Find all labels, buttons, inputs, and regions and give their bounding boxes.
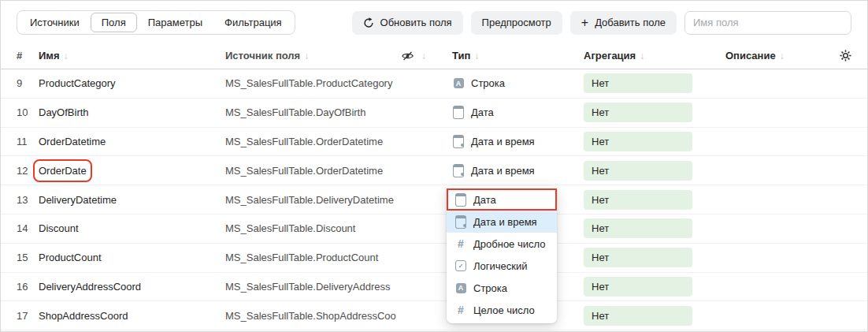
tab-group: Источники Поля Параметры Фильтрация bbox=[17, 10, 295, 35]
field-name-cell[interactable]: OrderDatetime bbox=[39, 136, 225, 147]
aggregation-badge[interactable]: Нет bbox=[584, 248, 692, 267]
field-name-cell[interactable]: ShopAddressCoord bbox=[39, 310, 225, 322]
aggregation-cell[interactable]: Нет bbox=[584, 190, 725, 210]
aggregation-badge[interactable]: Нет bbox=[584, 103, 692, 122]
aggregation-badge[interactable]: Нет bbox=[584, 218, 692, 238]
table-row[interactable]: 9 ProductCategory MS_SalesFullTable.Prod… bbox=[1, 69, 867, 99]
refresh-fields-label: Обновить поля bbox=[380, 17, 452, 28]
dataset-fields-editor: Источники Поля Параметры Фильтрация Обно… bbox=[0, 0, 868, 332]
table-row[interactable]: 11 OrderDatetime MS_SalesFullTable.Order… bbox=[1, 128, 867, 157]
type-option[interactable]: Дата bbox=[447, 188, 557, 211]
aggregation-badge[interactable]: Нет bbox=[584, 277, 692, 297]
refresh-fields-button[interactable]: Обновить поля bbox=[352, 11, 463, 35]
field-name-cell[interactable]: DeliveryAddressCoord bbox=[39, 281, 225, 293]
tab-label: Источники bbox=[30, 17, 80, 28]
eye-slash-icon bbox=[401, 50, 414, 62]
field-source: MS_SalesFullTable.OrderDatetime bbox=[225, 165, 401, 177]
table-header: # Имя Источник поля Тип Агрегация bbox=[1, 43, 867, 69]
type-option-label: Дата и время bbox=[473, 216, 537, 228]
table-body: 9 ProductCategory MS_SalesFullTable.Prod… bbox=[1, 69, 867, 330]
add-field-label: Добавить поле bbox=[595, 17, 666, 28]
type-option[interactable]: Логический bbox=[447, 255, 557, 277]
row-index: 14 bbox=[17, 222, 39, 234]
toolbar-actions: Обновить поля Предпросмотр Добавить поле bbox=[352, 11, 851, 35]
field-type-select[interactable]: Строка bbox=[452, 77, 584, 90]
field-source: MS_SalesFullTable.ProductCategory bbox=[225, 77, 401, 89]
column-header-aggregation-label: Агрегация bbox=[584, 50, 636, 62]
column-header-name[interactable]: Имя bbox=[39, 50, 225, 62]
field-source: MS_SalesFullTable.DeliveryAddress bbox=[225, 281, 401, 293]
aggregation-badge[interactable]: Нет bbox=[584, 132, 692, 151]
tab[interactable]: Источники bbox=[19, 13, 91, 32]
column-header-type-label: Тип bbox=[452, 50, 470, 62]
field-name-search-input[interactable] bbox=[684, 11, 851, 35]
aggregation-cell[interactable]: Нет bbox=[584, 306, 725, 326]
type-icon bbox=[452, 135, 465, 147]
aggregation-badge[interactable]: Нет bbox=[584, 73, 692, 93]
field-source: MS_SalesFullTable.DayOfBirth bbox=[225, 106, 401, 118]
aggregation-badge[interactable]: Нет bbox=[584, 306, 692, 326]
field-name: ProductCategory bbox=[39, 77, 116, 89]
field-source: MS_SalesFullTable.Discount bbox=[225, 222, 401, 234]
tab[interactable]: Параметры bbox=[137, 13, 213, 32]
type-option-icon bbox=[454, 304, 467, 316]
field-name-cell[interactable]: Discount bbox=[39, 222, 225, 234]
type-icon bbox=[452, 77, 465, 90]
sort-down-icon bbox=[640, 50, 644, 62]
field-name: OrderDatetime bbox=[39, 136, 106, 147]
column-header-aggregation[interactable]: Агрегация bbox=[584, 50, 725, 62]
column-header-source[interactable]: Источник поля bbox=[225, 50, 401, 62]
field-type-select[interactable]: Дата и время bbox=[452, 135, 584, 147]
add-field-button[interactable]: Добавить поле bbox=[570, 11, 677, 35]
aggregation-cell[interactable]: Нет bbox=[584, 248, 725, 267]
field-name-cell[interactable]: OrderDate bbox=[39, 165, 225, 177]
row-index: 13 bbox=[17, 194, 39, 206]
field-name: ShopAddressCoord bbox=[39, 310, 128, 322]
field-type-select[interactable]: Дата и время bbox=[452, 164, 584, 177]
row-index: 10 bbox=[17, 106, 39, 118]
type-option[interactable]: Дата и время bbox=[447, 211, 557, 233]
type-option-icon bbox=[454, 259, 467, 272]
field-name-cell[interactable]: ProductCount bbox=[39, 252, 225, 263]
field-name-cell[interactable]: DayOfBirth bbox=[39, 106, 225, 118]
table-row[interactable]: 14 Discount MS_SalesFullTable.Discount Н… bbox=[1, 214, 867, 244]
table-row[interactable]: 12 OrderDate MS_SalesFullTable.OrderDate… bbox=[1, 156, 867, 185]
aggregation-cell[interactable]: Нет bbox=[584, 73, 725, 93]
preview-button[interactable]: Предпросмотр bbox=[471, 11, 562, 35]
type-option[interactable]: Целое число bbox=[447, 299, 557, 321]
column-header-description-label: Описание bbox=[725, 50, 776, 62]
aggregation-badge[interactable]: Нет bbox=[584, 190, 692, 210]
field-name-cell[interactable]: DeliveryDatetime bbox=[39, 194, 225, 206]
type-option[interactable]: Дробное число bbox=[447, 233, 557, 255]
field-source: MS_SalesFullTable.DeliveryDatetime bbox=[225, 194, 401, 206]
type-label: Дата и время bbox=[471, 165, 535, 177]
type-option-label: Дробное число bbox=[473, 238, 545, 250]
column-header-index-label: # bbox=[17, 50, 22, 62]
column-header-visibility[interactable] bbox=[401, 50, 452, 62]
column-header-type[interactable]: Тип bbox=[452, 50, 584, 62]
tab[interactable]: Поля bbox=[91, 13, 137, 32]
table-row[interactable]: 13 DeliveryDatetime MS_SalesFullTable.De… bbox=[1, 185, 867, 214]
aggregation-badge[interactable]: Нет bbox=[584, 161, 692, 181]
table-row[interactable]: 10 DayOfBirth MS_SalesFullTable.DayOfBir… bbox=[1, 99, 867, 128]
aggregation-cell[interactable]: Нет bbox=[584, 103, 725, 122]
aggregation-cell[interactable]: Нет bbox=[584, 218, 725, 238]
tab[interactable]: Фильтрация bbox=[213, 13, 293, 32]
aggregation-cell[interactable]: Нет bbox=[584, 132, 725, 151]
column-header-description[interactable]: Описание bbox=[725, 50, 836, 62]
row-index: 9 bbox=[17, 77, 39, 89]
field-type-select[interactable]: Дата bbox=[452, 106, 584, 119]
aggregation-cell[interactable]: Нет bbox=[584, 277, 725, 297]
type-label: Дата и время bbox=[471, 136, 535, 147]
table-row[interactable]: 17 ShopAddressCoord MS_SalesFullTable.Sh… bbox=[1, 301, 867, 330]
field-name-cell[interactable]: ProductCategory bbox=[39, 77, 225, 89]
table-row[interactable]: 16 DeliveryAddressCoord MS_SalesFullTabl… bbox=[1, 273, 867, 302]
table-settings-button[interactable] bbox=[836, 50, 851, 62]
sort-down-icon bbox=[304, 50, 309, 62]
toolbar: Источники Поля Параметры Фильтрация Обно… bbox=[1, 1, 867, 43]
row-index: 11 bbox=[17, 136, 39, 147]
aggregation-cell[interactable]: Нет bbox=[584, 161, 725, 181]
type-option[interactable]: Строка bbox=[447, 277, 557, 299]
table-row[interactable]: 15 ProductCount MS_SalesFullTable.Produc… bbox=[1, 244, 867, 273]
field-name: DeliveryDatetime bbox=[39, 194, 117, 206]
